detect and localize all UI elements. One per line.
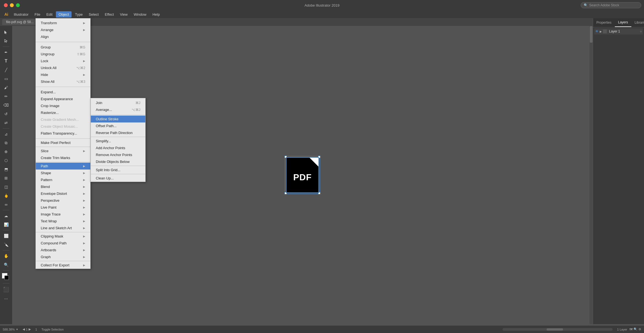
menu-rasterize[interactable]: Rasterize... [36,109,90,116]
scrollbar-thumb[interactable] [590,26,593,43]
menu-compound-path[interactable]: Compound Path ▶ [36,240,90,247]
menu-path[interactable]: Path ▶ [36,163,90,170]
menu-make-pixel-perfect[interactable]: Make Pixel Perfect [36,139,90,146]
menu-window[interactable]: Window [131,11,149,18]
mesh-tool[interactable]: ⊞ [2,174,10,182]
rotate-tool[interactable]: ↺ [2,110,10,118]
path-offset-path[interactable]: Offset Path... [91,122,145,129]
page-next[interactable]: ▶ [29,327,31,331]
width-tool[interactable]: ⊿ [2,130,10,138]
menu-expand-appearance[interactable]: Expand Appearance [36,95,90,102]
menu-ungroup[interactable]: Ungroup ⇧⌘G [36,51,90,58]
eyedropper-tool[interactable]: 🖕 [2,192,10,200]
menu-crop-image[interactable]: Crop Image [36,102,90,109]
page-prev[interactable]: ◀ [23,327,25,331]
pen-tool[interactable]: ✒ [2,48,10,56]
tab-layers[interactable]: Layers [615,18,631,27]
menu-shape[interactable]: Shape ▶ [36,170,90,176]
zoom-control[interactable]: 588.38% ▼ [3,328,18,331]
menu-object[interactable]: Object [56,11,72,18]
direct-selection-tool[interactable] [2,37,10,45]
h-scrollbar-thumb[interactable] [547,328,563,331]
menu-type[interactable]: Type [72,11,85,18]
hand-tool[interactable]: ✋ [2,252,10,260]
shapebuilder-tool[interactable]: ⊕ [2,148,10,156]
slice-tool[interactable]: 🔪 [2,241,10,249]
menu-flatten-transparency[interactable]: Flatten Transparency... [36,130,90,137]
menu-hide[interactable]: Hide ▶ [36,71,90,78]
menu-image-trace[interactable]: Image Trace ▶ [36,211,90,218]
free-transform-tool[interactable]: ⧉ [2,139,10,147]
background-color[interactable] [4,275,9,280]
gradient-tool[interactable]: ◫ [2,183,10,191]
vertical-scrollbar[interactable] [590,26,593,324]
path-divide-objects[interactable]: Divide Objects Below [91,158,145,165]
menu-text-wrap[interactable]: Text Wrap ▶ [36,218,90,225]
menu-blend[interactable]: Blend ▶ [36,183,90,190]
menu-view[interactable]: View [117,11,130,18]
horizontal-scrollbar[interactable] [503,328,613,331]
menu-live-paint[interactable]: Live Paint ▶ [36,204,90,211]
navigate-icon[interactable]: 🗺 [629,328,632,331]
zoom-dropdown-arrow[interactable]: ▼ [16,328,18,331]
foreground-color[interactable] [2,273,7,279]
menu-unlock-all[interactable]: Unlock All ⌥⌘2 [36,64,90,71]
eraser-tool[interactable]: ⌫ [2,101,10,109]
menu-graph[interactable]: Graph ▶ [36,253,90,260]
menu-lock[interactable]: Lock ▶ [36,58,90,64]
menu-arrange[interactable]: Arrange ▶ [36,26,90,33]
menu-artboards[interactable]: Artboards ▶ [36,247,90,253]
menu-expand[interactable]: Expand... [36,89,90,95]
menu-clipping-mask[interactable]: Clipping Mask ▶ [36,233,90,240]
blend-tool[interactable]: ∞ [2,200,10,209]
layer-name[interactable]: Layer 1 [609,29,639,33]
path-outline-stroke[interactable]: Outline Stroke [91,116,145,122]
column-graph-tool[interactable]: 📊 [2,220,10,229]
paintbrush-tool[interactable]: 🖌 [2,83,10,92]
path-simplify[interactable]: Simplify... [91,138,145,144]
menu-group-item[interactable]: Group ⌘G [36,44,90,51]
menu-perspective[interactable]: Perspective ▶ [36,197,90,204]
path-reverse-direction[interactable]: Reverse Path Direction [91,129,145,136]
path-add-anchor[interactable]: Add Anchor Points [91,144,145,151]
menu-show-all[interactable]: Show All ⌥⌘3 [36,78,90,85]
menu-illustrator[interactable]: Illustrator [11,11,31,18]
zoom-in-status[interactable]: 🔍 [634,327,637,331]
type-tool[interactable]: T [2,57,10,65]
menu-envelope-distort[interactable]: Envelope Distort ▶ [36,190,90,197]
menu-align[interactable]: Align [36,33,90,40]
menu-help[interactable]: Help [150,11,163,18]
maximize-button[interactable] [16,3,20,7]
menu-create-trim-marks[interactable]: Create Trim Marks [36,154,90,161]
live-paint-tool[interactable]: ⬡ [2,156,10,165]
path-split-into-grid[interactable]: Split Into Grid... [91,166,145,173]
path-remove-anchor[interactable]: Remove Anchor Points [91,151,145,158]
artboard-tool[interactable]: ⬜ [2,232,10,240]
close-button[interactable] [4,3,8,7]
symbol-sprayer-tool[interactable]: ☁ [2,212,10,220]
fill-stroke-indicator[interactable]: ⬛ [2,285,10,294]
reflect-tool[interactable]: ⇄ [2,119,10,127]
menu-effect[interactable]: Effect [102,11,117,18]
more-tools[interactable]: ··· [2,295,10,303]
stock-search[interactable]: 🔍 Search Adobe Stock [581,2,641,8]
preferences-icon[interactable]: ⚙ [638,327,641,331]
layer-visibility-icon[interactable]: 👁 [595,29,599,33]
rectangle-tool[interactable]: ▭ [2,75,10,83]
line-tool[interactable]: ╱ [2,66,10,74]
menu-collect-for-export[interactable]: Collect For Export ▶ [36,262,90,269]
layer-expand-arrow[interactable]: ▶ [600,30,602,33]
menu-line-sketch-art[interactable]: Line and Sketch Art ▶ [36,225,90,231]
layer-lock-icon[interactable]: ○ [640,30,642,33]
layer-row[interactable]: 👁 ▶ Layer 1 ○ [594,28,643,34]
minimize-button[interactable] [10,3,14,7]
path-join[interactable]: Join ⌘J [91,99,145,106]
path-clean-up[interactable]: Clean Up... [91,175,145,182]
menu-slice[interactable]: Slice ▶ [36,148,90,154]
perspective-tool[interactable]: ⬒ [2,165,10,173]
selection-tool[interactable] [2,28,10,36]
tab-libraries[interactable]: Libraries [631,18,644,27]
tab-properties[interactable]: Properties [593,18,615,27]
pencil-tool[interactable]: ✏ [2,92,10,100]
path-average[interactable]: Average... ⌥⌘J [91,106,145,113]
